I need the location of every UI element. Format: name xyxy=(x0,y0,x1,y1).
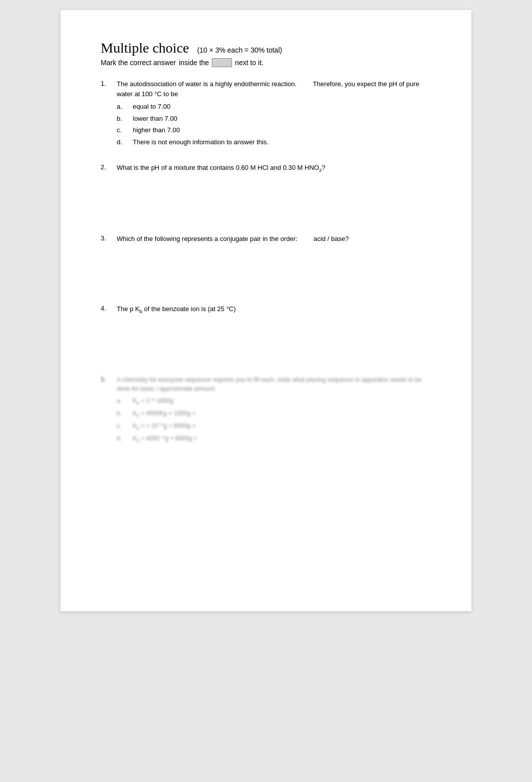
question-3-text-pre: Which of the following represents a conj… xyxy=(117,235,349,242)
choice-1a-letter: a. xyxy=(117,102,127,112)
question-3-number: 3. xyxy=(101,234,113,244)
question-4: 4. The p Kb of the benzoate ion is (at 2… xyxy=(101,304,431,315)
choice-1a-text: equal to 7.00 xyxy=(133,102,170,112)
question-3-content: Which of the following represents a conj… xyxy=(117,234,431,244)
header-subtitle: (10 × 3% each = 30% total) xyxy=(197,46,283,54)
choice-1c-letter: c. xyxy=(117,125,127,135)
question-2-end: ? xyxy=(322,164,325,171)
choice-5b-text: Kp = 4000Kg + 1000g + xyxy=(133,409,195,419)
question-2: 2. What is the pH of a mixture that cont… xyxy=(101,163,431,174)
question-1-content: The autodissociation of water is a highl… xyxy=(117,79,431,149)
question-4-text-pre: The p K xyxy=(117,305,140,313)
question-4-text-post: of the benzoate ion is (at 25 °C) xyxy=(142,305,236,313)
answer-blank-box xyxy=(212,58,232,67)
question-4-content: The p Kb of the benzoate ion is (at 25 °… xyxy=(117,304,431,315)
choice-1c-text: higher than 7.00 xyxy=(133,125,180,135)
choice-5c-text: Kp = + 10⁻⁵g + 8000g + xyxy=(133,421,195,432)
choice-5b: b. Kp = 4000Kg + 1000g + xyxy=(117,409,431,419)
question-5-content: A chemistry for everyone sequence requir… xyxy=(117,375,431,446)
choice-5d-text: Kp = 4000⁻⁵g + 8000g + xyxy=(133,434,197,444)
choice-1d-text: There is not enough information to answe… xyxy=(133,137,269,147)
choice-5b-letter: b. xyxy=(117,409,127,419)
choice-5a-letter: a. xyxy=(117,396,127,407)
question-1: 1. The autodissociation of water is a hi… xyxy=(101,79,431,149)
question-3: 3. Which of the following represents a c… xyxy=(101,234,431,244)
page-title: Multiple choice xyxy=(101,40,189,56)
choice-1d: d. There is not enough information to an… xyxy=(117,137,431,147)
choice-1a: a. equal to 7.00 xyxy=(117,102,431,112)
instruction-mid: inside the xyxy=(179,59,209,67)
question-5: 5. A chemistry for everyone sequence req… xyxy=(101,375,431,446)
choice-1b-letter: b. xyxy=(117,114,127,124)
question-5-number: 5. xyxy=(101,375,113,446)
question-5-text: A chemistry for everyone sequence requir… xyxy=(117,375,431,393)
question-4-number: 4. xyxy=(101,304,113,315)
choice-5d-letter: d. xyxy=(117,434,127,444)
question-2-text: What is the pH of a mixture that contain… xyxy=(117,164,319,171)
question-1-number: 1. xyxy=(101,79,113,149)
questions-section: 1. The autodissociation of water is a hi… xyxy=(101,79,431,446)
exam-page: Multiple choice (10 × 3% each = 30% tota… xyxy=(61,10,471,611)
choice-5a: a. Kp = 2⁻⁸ 1000g xyxy=(117,396,431,407)
choice-5a-text: Kp = 2⁻⁸ 1000g xyxy=(133,396,173,407)
choice-1c: c. higher than 7.00 xyxy=(117,125,431,135)
choice-1b: b. lower than 7.00 xyxy=(117,114,431,124)
instruction-pre: Mark the correct answer xyxy=(101,59,176,67)
question-1-choices: a. equal to 7.00 b. lower than 7.00 c. h… xyxy=(117,102,431,147)
question-2-number: 2. xyxy=(101,163,113,174)
choice-1b-text: lower than 7.00 xyxy=(133,114,177,124)
question-2-content: What is the pH of a mixture that contain… xyxy=(117,163,431,174)
question-1-text: The autodissociation of water is a highl… xyxy=(117,79,431,99)
header-instruction: Mark the correct answer inside the next … xyxy=(101,58,431,67)
choice-5d: d. Kp = 4000⁻⁵g + 8000g + xyxy=(117,434,431,444)
instruction-post: next to it. xyxy=(235,59,263,67)
header-title-row: Multiple choice (10 × 3% each = 30% tota… xyxy=(101,40,431,56)
choice-5c-letter: c. xyxy=(117,421,127,432)
question-5-choices: a. Kp = 2⁻⁸ 1000g b. Kp = 4000Kg + 1000g… xyxy=(117,396,431,444)
choice-5c: c. Kp = + 10⁻⁵g + 8000g + xyxy=(117,421,431,432)
header: Multiple choice (10 × 3% each = 30% tota… xyxy=(101,40,431,67)
choice-1d-letter: d. xyxy=(117,137,127,147)
